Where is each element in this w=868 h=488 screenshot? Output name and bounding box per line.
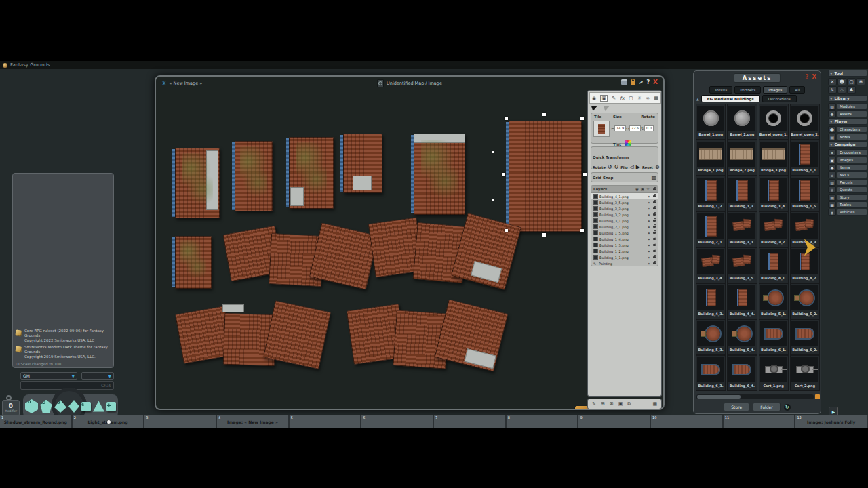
- selection-handle[interactable]: [580, 117, 584, 120]
- layer-lock-icon[interactable]: [653, 214, 656, 216]
- help-button[interactable]: ?: [646, 79, 650, 85]
- tint-color-swatch[interactable]: [625, 140, 631, 146]
- layer-die-icon[interactable]: ✦: [648, 207, 650, 211]
- taskbar-slot[interactable]: 3: [144, 415, 217, 428]
- asset-item[interactable]: Building_6_2.: [790, 319, 820, 355]
- map-building[interactable]: [343, 134, 382, 193]
- selection-handle[interactable]: [542, 113, 546, 116]
- asset-item[interactable]: Building_6_1.: [759, 319, 789, 355]
- selection-handle[interactable]: [583, 173, 587, 176]
- layer-die-icon[interactable]: ✦: [648, 231, 650, 235]
- sidebar-item[interactable]: ▦ Tables: [828, 201, 867, 208]
- layer-die-icon[interactable]: ✦: [648, 213, 650, 217]
- tool-icon-button[interactable]: ✱: [847, 86, 856, 94]
- taskbar-slot[interactable]: 5: [290, 415, 362, 428]
- layer-lock-icon[interactable]: [653, 201, 656, 203]
- layer-row[interactable]: Building_3_1.png ✦: [591, 218, 658, 224]
- rotate-field[interactable]: 0.0: [644, 125, 654, 131]
- taskbar-slot[interactable]: 8: [507, 415, 579, 428]
- sidebar-item[interactable]: ◈ Vehicles: [828, 209, 867, 216]
- asset-item[interactable]: Barrel_open_1.: [759, 104, 789, 140]
- layer-lock-icon[interactable]: [653, 195, 656, 197]
- selection-handle[interactable]: [542, 233, 546, 237]
- module-filter-active[interactable]: FG Medieval Buildings: [701, 95, 760, 102]
- tool-icon-button[interactable]: ▢: [847, 78, 856, 85]
- asset-item[interactable]: Building_1_2.: [696, 176, 726, 211]
- assets-tab[interactable]: Portraits: [734, 86, 761, 94]
- rotate-ccw-icon[interactable]: ↺: [608, 164, 612, 170]
- folder-button[interactable]: Folder: [753, 403, 781, 411]
- layer-lock-icon[interactable]: [653, 226, 656, 228]
- layer-row[interactable]: Building_1_3.png ✦: [591, 242, 658, 248]
- sidebar-section-campaign[interactable]: ▼ Campaign: [828, 141, 867, 148]
- layer-row[interactable]: Building_4_1.png ✦: [591, 193, 658, 199]
- light-tool-icon[interactable]: ☼: [637, 96, 642, 101]
- sidebar-item[interactable]: ♕ Quests: [828, 186, 867, 193]
- selection-handle[interactable]: [580, 229, 584, 232]
- map-building[interactable]: [451, 213, 521, 290]
- taskbar-slot[interactable]: 12 Image: Joshua's Folly: [795, 415, 868, 428]
- layer-die-icon[interactable]: ✦: [648, 195, 650, 199]
- sidebar-item[interactable]: ☻ Characters: [828, 126, 867, 133]
- identity-dropdown[interactable]: GM ▼: [20, 372, 77, 380]
- taskbar-slot[interactable]: 4 Image: « New Image »: [217, 415, 290, 428]
- trash-icon[interactable]: ▦: [652, 401, 657, 407]
- layer-row[interactable]: Painting ✦: [591, 260, 658, 266]
- scrollbar-lock-icon[interactable]: [815, 394, 820, 399]
- die-button[interactable]: 12: [40, 400, 52, 413]
- layer-die-icon[interactable]: ✦: [648, 249, 650, 253]
- fx-tool-icon[interactable]: fx: [620, 96, 625, 101]
- map-building[interactable]: [175, 236, 212, 289]
- mask-tool-icon[interactable]: ◉: [592, 96, 596, 101]
- assets-tab[interactable]: Images: [763, 86, 787, 94]
- asset-item[interactable]: Building_3_4.: [696, 247, 726, 283]
- sidebar-section-player[interactable]: ▼ Player: [828, 118, 867, 125]
- draw-tool-icon[interactable]: ✎: [612, 96, 616, 101]
- layer-row[interactable]: Building_1_5.png ✦: [591, 230, 658, 236]
- sidebar-section-library[interactable]: ▼ Library: [828, 95, 867, 102]
- scrollbar-thumb[interactable]: [697, 395, 741, 399]
- asset-item[interactable]: Building_3_3.: [790, 211, 820, 247]
- sidebar-item[interactable]: ▤ Notes: [828, 134, 867, 140]
- collapse-icon[interactable]: ▲: [696, 97, 699, 101]
- layer-die-icon[interactable]: ✦: [648, 262, 650, 266]
- tool-icon-button[interactable]: ☻: [837, 78, 846, 85]
- tool-icon-button[interactable]: ↯: [828, 86, 837, 94]
- sidebar-item[interactable]: ▤ Story: [828, 194, 867, 201]
- assets-tab[interactable]: Tokens: [709, 86, 733, 94]
- flip-horizontal-icon[interactable]: ◁: [630, 164, 634, 170]
- layer-lock-icon[interactable]: [653, 250, 656, 252]
- eye-icon[interactable]: ◉: [635, 187, 639, 191]
- remove-folder-icon[interactable]: ⊠: [610, 401, 614, 407]
- layer-row[interactable]: Building_1_2.png ✦: [591, 248, 658, 254]
- layer-row[interactable]: Building_3_2.png ✦: [591, 211, 658, 218]
- layer-die-icon[interactable]: ✦: [648, 219, 650, 223]
- assets-title[interactable]: Assets: [734, 73, 781, 83]
- die-button[interactable]: +: [106, 402, 116, 411]
- asset-item[interactable]: Building_4_4.: [727, 283, 757, 319]
- layer-row[interactable]: Building_3_5.png ✦: [591, 199, 658, 205]
- selection-handle[interactable]: [505, 229, 508, 232]
- layer-lock-icon[interactable]: [653, 262, 656, 264]
- asset-item[interactable]: Building_4_1.: [759, 247, 789, 283]
- selection-handle[interactable]: [502, 173, 505, 176]
- expand-icon[interactable]: ↗: [639, 79, 644, 85]
- taskbar-slot[interactable]: 9: [578, 415, 651, 428]
- reset-icon[interactable]: ⊗: [655, 164, 660, 170]
- die-button[interactable]: 20: [25, 399, 38, 413]
- modifier-box[interactable]: 0 Modifier: [2, 400, 20, 416]
- tool-icon-button[interactable]: ✕: [828, 78, 837, 85]
- die-button[interactable]: 6: [81, 402, 91, 411]
- asset-item[interactable]: Building_1_3.: [727, 176, 757, 211]
- map-building-selected[interactable]: [509, 121, 582, 232]
- tool-icon-button[interactable]: ✾: [856, 78, 865, 85]
- hand-pan-icon[interactable]: [621, 79, 627, 85]
- play-button[interactable]: ▶: [829, 407, 838, 416]
- layer-lock-icon[interactable]: [653, 238, 656, 240]
- tags-icon[interactable]: ⧉: [627, 401, 631, 407]
- assets-tab[interactable]: All: [789, 86, 805, 94]
- asset-item[interactable]: Barrel_1.png: [696, 104, 726, 140]
- asset-item[interactable]: Cart_1.png: [759, 355, 789, 391]
- pointer-alt-tool-icon[interactable]: [604, 104, 610, 110]
- asset-item[interactable]: Building_5_2.: [790, 283, 820, 319]
